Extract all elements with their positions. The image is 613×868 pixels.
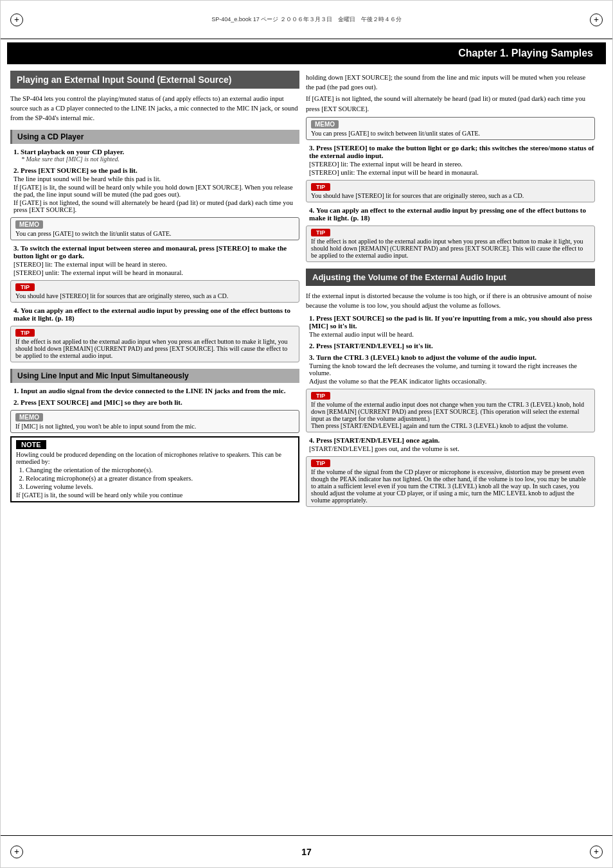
adjust-tip-ctrl: TIP If the volume of the external audio … <box>306 389 595 432</box>
cd-step-3: 3. To switch the external input between … <box>10 244 299 276</box>
right-column: holding down [EXT SOURCE]; the sound fro… <box>306 71 595 510</box>
adjust-tip-final: TIP If the volume of the signal from the… <box>306 456 595 507</box>
adjust-step-4-detail: [START/END/LEVEL] goes out, and the volu… <box>309 445 595 452</box>
cd-step-2-detail-0: The line input sound will be heard while… <box>13 175 299 182</box>
right-step-3-detail-1: [STEREO] unlit: The external input will … <box>309 169 595 176</box>
reg-mark-bottom-left <box>10 846 23 858</box>
adjust-tip-final-text: If the volume of the signal from the CD … <box>311 468 590 504</box>
reg-mark-top-left <box>10 13 23 26</box>
right-tip-effect-text: If the effect is not applied to the exte… <box>311 238 590 259</box>
cd-step-2: 2. Press [EXT SOURCE] so the pad is lit.… <box>10 166 299 213</box>
note-text: Howling could be produced depending on t… <box>16 451 294 465</box>
right-step-3: 3. Press [STEREO] to make the button lig… <box>306 144 595 176</box>
note-list-item-2: Lowering volume levels. <box>26 483 294 490</box>
cd-tip-2-text: If the effect is not applied to the exte… <box>15 338 294 359</box>
bottom-bar: 17 <box>1 835 612 867</box>
main-section-intro: The SP-404 lets you control the playing/… <box>10 94 299 123</box>
cd-tip-1-text: You should have [STEREO] lit for sources… <box>15 292 294 299</box>
chapter-title: Chapter 1. Playing Samples <box>458 48 593 58</box>
right-step-3-detail-0: [STEREO] lit: The external input will be… <box>309 161 595 168</box>
page-number: 17 <box>301 847 312 857</box>
right-tip-stereo-text: You should have [STEREO] lit for sources… <box>311 192 590 199</box>
line-mic-memo-text: If [MIC] is not lighted, you won't be ab… <box>15 423 294 430</box>
adjust-intro: If the external input is distorted becau… <box>306 291 595 310</box>
left-column: Playing an External Input Sound (Externa… <box>10 71 299 510</box>
main-section-title: Playing an External Input Sound (Externa… <box>10 71 299 89</box>
cd-step-2-detail-1: If [GATE] is lit, the sound will be hear… <box>13 184 299 198</box>
adjust-step-1-detail: The external audio input will be heard. <box>309 331 595 338</box>
cd-memo-1-text: You can press [GATE] to switch the lit/u… <box>15 230 294 237</box>
page: SP-404_e.book 17 ページ ２００６年３月３日 金曜日 午後２時４… <box>0 0 613 868</box>
using-line-mic-header: Using Line Input and Mic Input Simultane… <box>10 369 299 383</box>
right-tip-stereo: TIP You should have [STEREO] lit for sou… <box>306 180 595 202</box>
note-list-item-1: Relocating microphone(s) at a greater di… <box>26 475 294 482</box>
cd-tip-2: TIP If the effect is not applied to the … <box>10 326 299 362</box>
note-list: Changing the orientation of the micropho… <box>26 466 294 490</box>
top-bar: SP-404_e.book 17 ページ ２００６年３月３日 金曜日 午後２時４… <box>1 1 612 39</box>
adjust-volume-header: Adjusting the Volume of the External Aud… <box>306 269 595 286</box>
adjust-step-2: 2. Press [START/END/LEVEL] so it's lit. <box>306 342 595 350</box>
file-info: SP-404_e.book 17 ページ ２００６年３月３日 金曜日 午後２時４… <box>211 15 402 24</box>
using-cd-player-header: Using a CD Player <box>10 130 299 144</box>
cd-tip-1: TIP You should have [STEREO] lit for sou… <box>10 280 299 303</box>
right-memo-gate: MEMO You can press [GATE] to switch betw… <box>306 117 595 140</box>
reg-mark-bottom-right <box>590 846 603 858</box>
chapter-header: Chapter 1. Playing Samples <box>7 42 606 64</box>
right-memo-gate-text: You can press [GATE] to switch between l… <box>311 130 590 137</box>
cd-step-4: 4. You can apply an effect to the extern… <box>10 306 299 322</box>
right-step-4: 4. You can apply an effect to the extern… <box>306 206 595 222</box>
line-mic-note: NOTE Howling could be produced depending… <box>10 436 299 502</box>
cd-step-2-detail-2: If [GATE] is not lighted, the sound will… <box>13 199 299 213</box>
adjust-step-3-detail-1: Adjust the volume so that the PEAK indic… <box>309 378 595 385</box>
cd-memo-1: MEMO You can press [GATE] to switch the … <box>10 217 299 240</box>
line-mic-memo: MEMO If [MIC] is not lighted, you won't … <box>10 410 299 433</box>
cd-step-1: 1. Start playback on your CD player. * M… <box>10 148 299 163</box>
cd-step-3-detail-0: [STEREO] lit: The external input will be… <box>13 261 299 268</box>
adjust-step-3-detail-0: Turning the knob toward the left decreas… <box>309 362 595 376</box>
adjust-tip-ctrl-text: If the volume of the external audio inpu… <box>311 401 590 429</box>
cd-step-3-detail-1: [STEREO] unlit: The external input will … <box>13 269 299 276</box>
main-content: Playing an External Input Sound (Externa… <box>1 64 612 517</box>
text-2: If [GATE] is not lighted, the sound will… <box>306 94 595 113</box>
line-mic-step-1: 1. Input an audio signal from the device… <box>10 387 299 394</box>
note-footer: If [GATE] is lit, the sound will be hear… <box>16 492 294 499</box>
line-mic-step-2: 2. Press [EXT SOURCE] and [MIC] so they … <box>10 398 299 406</box>
cd-step-1-sub: * Make sure that [MIC] is not lighted. <box>21 155 299 163</box>
reg-mark-top-right <box>590 13 603 26</box>
adjust-step-4: 4. Press [START/END/LEVEL] once again. [… <box>306 436 595 452</box>
continuation-text: holding down [EXT SOURCE]; the sound fro… <box>306 73 595 92</box>
adjust-step-3: 3. Turn the CTRL 3 (LEVEL) knob to adjus… <box>306 353 595 385</box>
right-tip-effect: TIP If the effect is not applied to the … <box>306 226 595 262</box>
adjust-step-1: 1. Press [EXT SOURCE] so the pad is lit.… <box>306 314 595 338</box>
note-list-item-0: Changing the orientation of the micropho… <box>26 466 294 474</box>
